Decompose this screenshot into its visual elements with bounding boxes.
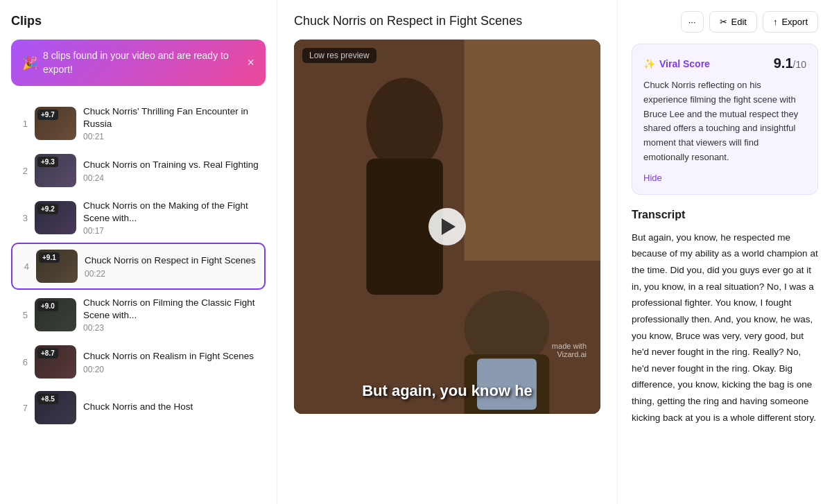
clip-number: 1 (17, 119, 28, 129)
notification-banner: 🎉 8 clips found in your video and are re… (11, 40, 266, 86)
score-denominator: /10 (793, 59, 806, 70)
list-item[interactable]: 3 +9.2 Chuck Norris on the Making of the… (11, 194, 266, 241)
video-container: Low res preview made with Viz (294, 40, 600, 414)
edit-label: Edit (731, 17, 747, 27)
page-title: Clips (11, 14, 266, 28)
svg-point-2 (366, 78, 443, 171)
clip-duration: 00:22 (85, 269, 259, 279)
clip-info: Chuck Norris on Realism in Fight Scenes … (83, 350, 260, 374)
hide-link[interactable]: Hide (643, 173, 662, 183)
list-item[interactable]: 5 +9.0 Chuck Norris on Filming the Class… (11, 291, 266, 338)
notification-text: 8 clips found in your video and are read… (43, 49, 247, 76)
edit-button[interactable]: ✂ Edit (709, 11, 757, 33)
clip-number: 3 (17, 213, 28, 223)
clip-info: Chuck Norris on Training vs. Real Fighti… (83, 159, 260, 183)
clip-title: Chuck Norris and the Host (83, 401, 260, 413)
right-panel: ··· ✂ Edit ↑ Export ✨ Viral Score 9.1/10… (617, 0, 832, 504)
clip-thumbnail: +9.1 (36, 250, 78, 283)
score-badge: +9.3 (37, 157, 58, 167)
subtitle-text: But again, you know he (362, 382, 532, 399)
watermark-line1: made with (552, 342, 587, 350)
watermark: made with Vizard.ai (552, 342, 587, 358)
export-button[interactable]: ↑ Export (763, 11, 818, 33)
clip-number: 4 (18, 261, 29, 272)
clip-duration: 00:24 (83, 173, 260, 183)
score-badge: +9.0 (37, 301, 58, 311)
clip-title: Chuck Norris' Thrilling Fan Encounter in… (83, 105, 260, 130)
clip-thumbnail: +9.3 (35, 154, 76, 187)
list-item[interactable]: 2 +9.3 Chuck Norris on Training vs. Real… (11, 148, 266, 193)
list-item[interactable]: 7 +8.5 Chuck Norris and the Host (11, 385, 266, 430)
clip-info: Chuck Norris on the Making of the Fight … (83, 200, 260, 236)
viral-header: ✨ Viral Score 9.1/10 (643, 55, 806, 71)
clip-info: Chuck Norris' Thrilling Fan Encounter in… (83, 105, 260, 141)
list-item[interactable]: 1 +9.7 Chuck Norris' Thrilling Fan Encou… (11, 100, 266, 147)
play-icon (442, 218, 456, 235)
score-badge: +9.7 (37, 110, 58, 120)
watermark-line2: Vizard.ai (552, 350, 587, 358)
clip-number: 2 (17, 166, 28, 176)
clip-thumbnail: +8.7 (35, 345, 76, 379)
clip-title: Chuck Norris on Respect in Fight Scenes (85, 254, 259, 267)
export-icon: ↑ (773, 17, 778, 27)
subtitle-bar: But again, you know he (294, 382, 600, 400)
viral-label-text: Viral Score (659, 58, 710, 69)
score-badge: +8.5 (37, 394, 58, 404)
clip-info: Chuck Norris on Respect in Fight Scenes … (85, 254, 259, 279)
middle-panel: Chuck Norris on Respect in Fight Scenes … (277, 0, 617, 504)
clip-thumbnail: +9.7 (35, 107, 76, 140)
viral-score-card: ✨ Viral Score 9.1/10 Chuck Norris reflec… (632, 44, 818, 195)
party-icon: 🎉 (22, 55, 37, 71)
left-panel: Clips 🎉 8 clips found in your video and … (0, 0, 277, 504)
clip-number: 6 (17, 357, 28, 367)
clip-info: Chuck Norris on Filming the Classic Figh… (83, 297, 260, 333)
clip-thumbnail: +8.5 (35, 391, 76, 424)
clip-info: Chuck Norris and the Host (83, 401, 260, 415)
export-label: Export (781, 17, 808, 27)
svg-rect-1 (465, 40, 600, 261)
toolbar: ··· ✂ Edit ↑ Export (632, 11, 818, 33)
play-button[interactable] (428, 208, 466, 245)
score-number: 9.1 (774, 55, 793, 71)
more-options-button[interactable]: ··· (681, 11, 704, 33)
clip-title: Chuck Norris on Filming the Classic Figh… (83, 297, 260, 321)
viral-label: ✨ Viral Score (643, 58, 710, 69)
video-background: made with Vizard.ai (294, 40, 600, 414)
clip-title: Chuck Norris on Training vs. Real Fighti… (83, 159, 260, 171)
low-res-badge: Low res preview (302, 48, 376, 63)
clip-duration: 00:21 (83, 132, 260, 141)
clip-number: 5 (17, 310, 28, 320)
scissors-icon: ✂ (720, 17, 727, 27)
score-badge: +9.2 (37, 204, 58, 214)
clip-duration: 00:17 (83, 226, 260, 236)
clip-title: Chuck Norris on the Making of the Fight … (83, 200, 260, 224)
viral-score-value: 9.1/10 (774, 55, 806, 71)
clip-thumbnail: +9.0 (35, 298, 76, 331)
transcript-text: But again, you know, he respected me bec… (632, 229, 818, 426)
clip-duration: 00:23 (83, 323, 260, 333)
score-badge: +8.7 (37, 348, 58, 358)
clip-list: 1 +9.7 Chuck Norris' Thrilling Fan Encou… (11, 100, 266, 430)
list-item[interactable]: 6 +8.7 Chuck Norris on Realism in Fight … (11, 340, 266, 384)
video-title: Chuck Norris on Respect in Fight Scenes (294, 14, 600, 28)
sparkle-icon: ✨ (643, 58, 655, 69)
clip-duration: 00:20 (83, 365, 260, 374)
list-item[interactable]: 4 +9.1 Chuck Norris on Respect in Fight … (11, 243, 266, 290)
clip-title: Chuck Norris on Realism in Fight Scenes (83, 350, 260, 363)
viral-description: Chuck Norris reflecting on his experienc… (643, 78, 806, 165)
close-icon[interactable]: × (247, 55, 254, 70)
clip-thumbnail: +9.2 (35, 201, 76, 234)
score-badge: +9.1 (39, 252, 60, 263)
transcript-title: Transcript (632, 209, 818, 221)
clip-number: 7 (17, 403, 28, 413)
